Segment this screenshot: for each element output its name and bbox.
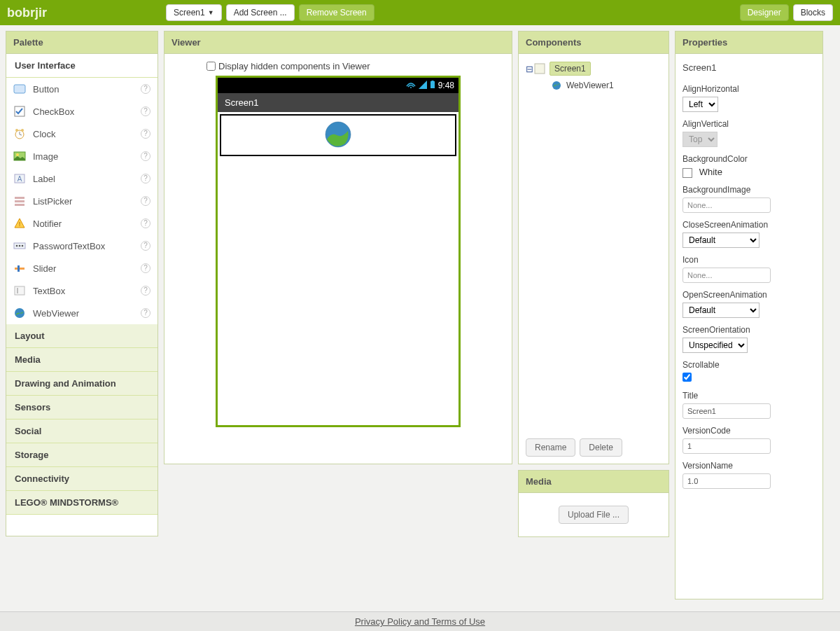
palette-section-layout[interactable]: Layout (6, 324, 158, 348)
palette-item-label: Label (33, 174, 55, 184)
hidden-components-checkbox[interactable] (206, 62, 216, 71)
prop-alignh-label: AlignHorizontal (682, 84, 816, 94)
phone-time-label: 9:48 (438, 81, 454, 90)
palette-item-label: Slider (33, 263, 56, 274)
wifi-icon (406, 81, 416, 91)
help-icon[interactable]: ? (141, 151, 150, 161)
prop-vname-label: VersionName (682, 461, 816, 471)
color-swatch[interactable] (682, 168, 692, 178)
prop-title-input[interactable] (682, 403, 771, 419)
screen-selector[interactable]: Screen1 ▼ (166, 4, 222, 21)
help-icon[interactable]: ? (141, 106, 150, 116)
palette-section-social[interactable]: Social (6, 419, 158, 443)
prop-openanim-select[interactable]: Default (682, 303, 760, 318)
palette-section-user-interface[interactable]: User Interface (6, 54, 158, 78)
help-icon[interactable]: ? (141, 129, 150, 139)
textbox-icon (13, 284, 26, 297)
checkbox-icon (13, 105, 26, 118)
webviewer-component[interactable] (220, 114, 456, 156)
palette-item-slider[interactable]: Slider ? (6, 257, 158, 279)
prop-scroll-checkbox[interactable] (682, 373, 692, 382)
prop-bgimage-input[interactable] (682, 197, 771, 213)
upload-file-button[interactable]: Upload File ... (559, 506, 629, 524)
help-icon[interactable]: ? (141, 196, 150, 206)
palette-item-label: PasswordTextBox (33, 241, 105, 251)
prop-vcode-input[interactable] (682, 438, 771, 454)
media-panel: Media Upload File ... (518, 470, 669, 537)
main-area: Palette User Interface Button ? CheckBox… (0, 25, 840, 617)
palette-item-label[interactable]: A Label ? (6, 167, 158, 190)
battery-icon (430, 81, 435, 91)
svg-point-6 (16, 153, 19, 156)
help-icon[interactable]: ? (141, 286, 150, 296)
component-buttons: Rename Delete (519, 431, 668, 464)
tree-child-label: WebViewer1 (566, 81, 614, 90)
help-icon[interactable]: ? (141, 84, 150, 94)
help-icon[interactable]: ? (141, 263, 150, 273)
svg-point-4 (21, 129, 24, 132)
palette-item-notifier[interactable]: ! Notifier ? (6, 212, 158, 235)
tree-root-label: Screen1 (550, 62, 591, 76)
palette-item-webviewer[interactable]: WebViewer ? (6, 302, 158, 324)
palette-section-lego[interactable]: LEGO® MINDSTORMS® (6, 491, 158, 515)
palette-item-image[interactable]: Image ? (6, 145, 158, 167)
tree-child-webviewer[interactable]: WebViewer1 (524, 78, 663, 93)
topbar-right-buttons: Designer Blocks (740, 4, 833, 21)
palette-item-clock[interactable]: Clock ? (6, 123, 158, 145)
properties-body: Screen1 AlignHorizontal Left AlignVertic… (676, 54, 822, 496)
palette-item-checkbox[interactable]: CheckBox ? (6, 100, 158, 123)
svg-rect-0 (14, 85, 25, 93)
prop-closeanim-select[interactable]: Default (682, 233, 760, 248)
palette-item-passwordtextbox[interactable]: PasswordTextBox ? (6, 235, 158, 257)
svg-text:A: A (18, 175, 22, 183)
rename-button[interactable]: Rename (526, 438, 575, 457)
blocks-tab-button[interactable]: Blocks (793, 4, 833, 21)
phone-canvas[interactable] (218, 112, 458, 158)
designer-tab-button[interactable]: Designer (740, 4, 789, 21)
palette-section-drawing[interactable]: Drawing and Animation (6, 372, 158, 396)
image-icon (13, 150, 26, 162)
caret-down-icon: ▼ (208, 9, 214, 16)
remove-screen-button[interactable]: Remove Screen (299, 4, 374, 21)
svg-point-28 (552, 81, 561, 90)
help-icon[interactable]: ? (141, 174, 150, 183)
svg-rect-11 (15, 204, 24, 206)
svg-rect-19 (15, 286, 24, 295)
svg-rect-24 (431, 81, 433, 82)
properties-header: Properties (676, 32, 822, 54)
webviewer-icon (13, 307, 26, 319)
add-screen-button[interactable]: Add Screen ... (226, 4, 295, 21)
palette-section-storage[interactable]: Storage (6, 443, 158, 467)
palette-item-listpicker[interactable]: ListPicker ? (6, 190, 158, 212)
viewer-body: Display hidden components in Viewer 9:48… (164, 54, 512, 464)
delete-button[interactable]: Delete (580, 438, 622, 457)
collapse-icon[interactable]: ⊟ (524, 64, 534, 74)
svg-point-16 (22, 245, 24, 247)
help-icon[interactable]: ? (141, 219, 150, 228)
clock-icon (13, 127, 26, 140)
hidden-components-label: Display hidden components in Viewer (218, 61, 370, 71)
tree-root-screen[interactable]: ⊟ Screen1 (524, 60, 663, 78)
prop-alignh-select[interactable]: Left (682, 97, 718, 112)
notifier-icon: ! (13, 217, 26, 230)
palette-item-label: TextBox (33, 286, 65, 296)
palette-section-sensors[interactable]: Sensors (6, 396, 158, 419)
listpicker-icon (13, 195, 26, 207)
footer-link[interactable]: Privacy Policy and Terms of Use (355, 616, 485, 627)
palette-item-textbox[interactable]: TextBox ? (6, 279, 158, 302)
label-icon: A (13, 172, 26, 185)
help-icon[interactable]: ? (141, 308, 150, 318)
components-panel: Components ⊟ Screen1 WebViewer1 Rename D… (518, 31, 669, 464)
palette-section-media[interactable]: Media (6, 348, 158, 372)
prop-alignv-label: AlignVertical (682, 119, 816, 129)
prop-orient-select[interactable]: Unspecified (682, 338, 748, 353)
palette-section-connectivity[interactable]: Connectivity (6, 467, 158, 491)
prop-icon-input[interactable] (682, 268, 771, 283)
prop-scroll-label: Scrollable (682, 360, 816, 370)
prop-vcode-label: VersionCode (682, 426, 816, 436)
palette-header: Palette (6, 32, 158, 54)
help-icon[interactable]: ? (141, 241, 150, 251)
palette-item-button[interactable]: Button ? (6, 78, 158, 100)
prop-vname-input[interactable] (682, 473, 771, 489)
svg-rect-23 (430, 81, 435, 88)
